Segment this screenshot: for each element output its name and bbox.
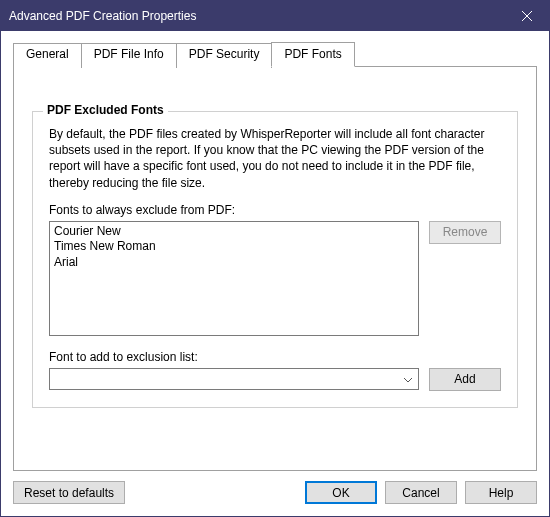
- help-button[interactable]: Help: [465, 481, 537, 504]
- list-item[interactable]: Courier New: [54, 224, 414, 240]
- list-item[interactable]: Arial: [54, 255, 414, 271]
- close-icon: [522, 11, 532, 21]
- dialog-content: General PDF File Info PDF Security PDF F…: [1, 31, 549, 516]
- tab-pdf-fonts[interactable]: PDF Fonts: [271, 42, 354, 67]
- reset-to-defaults-button[interactable]: Reset to defaults: [13, 481, 125, 504]
- tab-strip: General PDF File Info PDF Security PDF F…: [13, 41, 537, 66]
- tab-general[interactable]: General: [13, 43, 82, 68]
- add-font-label: Font to add to exclusion list:: [49, 350, 501, 364]
- ok-button[interactable]: OK: [305, 481, 377, 504]
- exclude-list-label: Fonts to always exclude from PDF:: [49, 203, 501, 217]
- titlebar: Advanced PDF Creation Properties: [1, 1, 549, 31]
- tab-pdf-file-info[interactable]: PDF File Info: [81, 43, 177, 68]
- tab-panel: PDF Excluded Fonts By default, the PDF f…: [13, 66, 537, 471]
- remove-button[interactable]: Remove: [429, 221, 501, 244]
- dialog-window: Advanced PDF Creation Properties General…: [0, 0, 550, 517]
- window-title: Advanced PDF Creation Properties: [9, 9, 196, 23]
- excluded-fonts-listbox[interactable]: Courier New Times New Roman Arial: [49, 221, 419, 336]
- excluded-fonts-group: PDF Excluded Fonts By default, the PDF f…: [32, 111, 518, 408]
- dialog-footer: Reset to defaults OK Cancel Help: [13, 471, 537, 504]
- list-item[interactable]: Times New Roman: [54, 239, 414, 255]
- tab-pdf-security[interactable]: PDF Security: [176, 43, 273, 68]
- chevron-down-icon: [400, 372, 416, 386]
- group-title: PDF Excluded Fonts: [43, 103, 168, 117]
- add-button[interactable]: Add: [429, 368, 501, 391]
- cancel-button[interactable]: Cancel: [385, 481, 457, 504]
- close-button[interactable]: [504, 1, 549, 31]
- font-combobox[interactable]: [49, 368, 419, 390]
- group-description: By default, the PDF files created by Whi…: [49, 126, 501, 191]
